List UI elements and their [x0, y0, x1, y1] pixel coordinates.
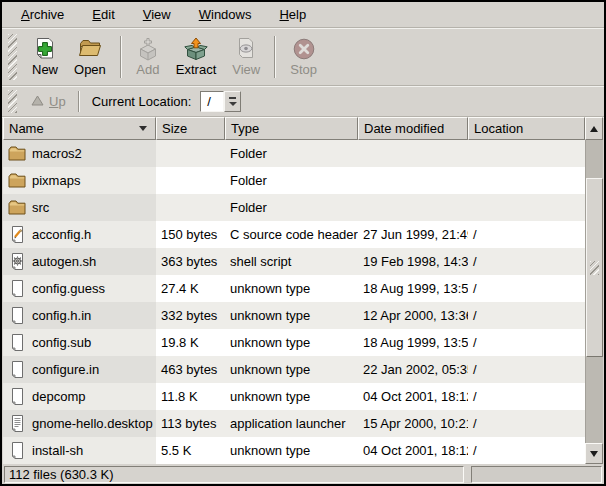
cell-name: config.guess: [3, 275, 156, 302]
table-row[interactable]: acconfig.h150 bytesC source code header2…: [3, 221, 585, 248]
cell-date: 19 Feb 1998, 14:31: [358, 248, 468, 275]
scrollbar-up-button[interactable]: [585, 117, 603, 140]
cell-size: 332 bytes: [156, 302, 225, 329]
document-icon: [7, 307, 27, 324]
menubar: ArchiveEditViewWindowsHelp: [2, 2, 604, 28]
view-document-icon: [234, 37, 258, 61]
column-header-label: Date modified: [364, 121, 444, 136]
location-bar-separator: [78, 91, 80, 112]
view-button[interactable]: View: [224, 34, 268, 80]
new-button[interactable]: New: [24, 34, 66, 80]
menu-view[interactable]: View: [140, 5, 174, 24]
cell-text: /: [473, 443, 477, 458]
cell-date: 04 Oct 2001, 18:12: [358, 437, 468, 464]
cell-type: unknown type: [225, 302, 358, 329]
column-header-type[interactable]: Type: [225, 117, 358, 140]
table-row[interactable]: depcomp11.8 Kunknown type04 Oct 2001, 18…: [3, 383, 585, 410]
table-row[interactable]: config.sub19.8 Kunknown type18 Aug 1999,…: [3, 329, 585, 356]
cell-date: 27 Jun 1999, 21:49: [358, 221, 468, 248]
current-location-label: Current Location:: [92, 94, 192, 109]
cell-text: 27.4 K: [161, 281, 199, 296]
cell-name: src: [3, 194, 156, 221]
cell-type: application launcher: [225, 410, 358, 437]
cell-date: 22 Jan 2002, 05:35: [358, 356, 468, 383]
extract-button[interactable]: Extract: [168, 34, 224, 80]
up-button-label: Up: [49, 94, 66, 109]
cell-text: /: [473, 227, 477, 242]
table-row[interactable]: pixmapsFolder: [3, 167, 585, 194]
table-row[interactable]: macros2Folder: [3, 140, 585, 167]
cell-location: /: [468, 383, 585, 410]
column-header-date-modified[interactable]: Date modified: [358, 117, 468, 140]
table-row[interactable]: srcFolder: [3, 194, 585, 221]
cell-text: 04 Oct 2001, 18:12: [363, 443, 468, 458]
cell-date: [358, 194, 468, 221]
column-header-location[interactable]: Location: [468, 117, 585, 140]
cell-text: 113 bytes: [161, 416, 216, 431]
menu-edit[interactable]: Edit: [89, 5, 117, 24]
menu-archive[interactable]: Archive: [18, 5, 67, 24]
location-dropdown-button[interactable]: [224, 91, 241, 112]
chevron-down-icon: [229, 102, 237, 106]
location-bar-drag-handle[interactable]: [8, 90, 17, 113]
cell-location: [468, 194, 585, 221]
cell-size: 27.4 K: [156, 275, 225, 302]
table-header-row: NameSizeTypeDate modifiedLocation: [3, 117, 585, 140]
cell-size: 463 bytes: [156, 356, 225, 383]
open-button[interactable]: Open: [66, 34, 114, 80]
cell-text: depcomp: [32, 389, 85, 404]
cell-text: /: [473, 389, 477, 404]
table-row[interactable]: install-sh5.5 Kunknown type04 Oct 2001, …: [3, 437, 585, 464]
table-row[interactable]: configure.in463 bytesunknown type22 Jan …: [3, 356, 585, 383]
toolbar-separator: [120, 36, 122, 78]
document-icon: [7, 442, 27, 459]
cell-location: /: [468, 248, 585, 275]
toolbar-button-label: New: [32, 62, 58, 77]
column-header-size[interactable]: Size: [156, 117, 225, 140]
cell-type: unknown type: [225, 275, 358, 302]
cell-text: 332 bytes: [161, 308, 217, 323]
cell-text: config.h.in: [32, 308, 91, 323]
toolbar-button-label: Add: [136, 62, 159, 77]
cell-text: 19 Feb 1998, 14:31: [363, 254, 468, 269]
location-entry[interactable]: /: [200, 91, 224, 112]
cell-date: 04 Oct 2001, 18:12: [358, 383, 468, 410]
status-panel: 112 files (630.3 K): [4, 466, 464, 483]
cell-text: /: [473, 416, 477, 431]
document-icon: [7, 361, 27, 378]
cell-text: unknown type: [230, 443, 310, 458]
column-header-label: Type: [231, 121, 259, 136]
cell-text: Folder: [230, 173, 267, 188]
up-button[interactable]: Up: [24, 92, 73, 111]
cell-text: src: [32, 200, 49, 215]
cell-text: 5.5 K: [161, 443, 191, 458]
open-folder-icon: [78, 37, 102, 61]
cell-type: Folder: [225, 140, 358, 167]
table-row[interactable]: autogen.sh363 bytesshell script19 Feb 19…: [3, 248, 585, 275]
scrollbar-down-button[interactable]: [585, 443, 603, 464]
table-row[interactable]: config.h.in332 bytesunknown type12 Apr 2…: [3, 302, 585, 329]
menu-windows[interactable]: Windows: [196, 5, 255, 24]
scrollbar-trough[interactable]: [585, 140, 603, 443]
header-file-icon: [7, 226, 27, 243]
stop-button[interactable]: Stop: [282, 34, 325, 80]
new-archive-icon: [33, 37, 57, 61]
cell-text: config.sub: [32, 335, 91, 350]
scrollbar-thumb[interactable]: [586, 178, 603, 357]
cell-text: 18 Aug 1999, 13:53: [363, 335, 468, 350]
add-button[interactable]: Add: [128, 34, 168, 80]
cell-text: acconfig.h: [32, 227, 91, 242]
cell-size: [156, 140, 225, 167]
menu-help[interactable]: Help: [276, 5, 309, 24]
cell-text: 18 Aug 1999, 13:53: [363, 281, 468, 296]
table-row[interactable]: gnome-hello.desktop113 bytesapplication …: [3, 410, 585, 437]
cell-name: pixmaps: [3, 167, 156, 194]
cell-size: [156, 167, 225, 194]
table-row[interactable]: config.guess27.4 Kunknown type18 Aug 199…: [3, 275, 585, 302]
column-header-name[interactable]: Name: [3, 117, 156, 140]
cell-location: /: [468, 221, 585, 248]
cell-location: /: [468, 302, 585, 329]
toolbar-drag-handle[interactable]: [8, 34, 17, 80]
cell-text: 22 Jan 2002, 05:35: [363, 362, 468, 377]
toolbar-button-label: Extract: [176, 62, 216, 77]
